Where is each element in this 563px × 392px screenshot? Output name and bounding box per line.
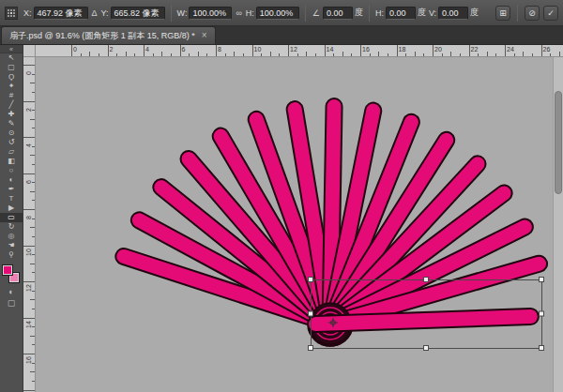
- ruler-tick: [32, 146, 35, 147]
- link-dimensions-icon[interactable]: ∞: [235, 8, 242, 18]
- transform-handle-nw[interactable]: [309, 278, 313, 282]
- 3d-orbit-tool[interactable]: ◎: [0, 232, 23, 241]
- transform-handle-s[interactable]: [424, 346, 429, 351]
- commit-transform-button[interactable]: ✓: [543, 6, 558, 21]
- lasso-tool[interactable]: Ϙ: [0, 72, 23, 82]
- reference-point-locator[interactable]: [5, 7, 18, 20]
- ruler-tick: [32, 200, 35, 201]
- ruler-tick: [370, 53, 371, 56]
- move-tool[interactable]: ↖: [0, 53, 23, 63]
- ruler-label: 2: [25, 108, 32, 112]
- x-position-field[interactable]: 467.92 像素: [34, 7, 88, 20]
- ruler-tick: [460, 53, 461, 56]
- scrollbar-thumb[interactable]: [555, 91, 562, 194]
- fan-shape: [114, 98, 549, 348]
- eyedropper-tool[interactable]: ╱: [0, 100, 23, 110]
- ruler-tick: [198, 52, 199, 56]
- transform-handle-w[interactable]: [309, 311, 313, 316]
- x-label: X:: [23, 8, 32, 18]
- separator: [517, 5, 518, 22]
- history-brush-tool[interactable]: ↺: [0, 138, 23, 147]
- eraser-tool[interactable]: ▱: [0, 147, 23, 157]
- skew-v-field[interactable]: 0.00: [438, 7, 468, 20]
- quick-mask-button[interactable]: ◐: [0, 286, 23, 297]
- transform-handle-se[interactable]: [540, 346, 544, 351]
- horizontal-ruler[interactable]: 02468101214161820222426: [36, 45, 563, 57]
- screen-mode-button[interactable]: ▢: [0, 297, 23, 309]
- skew-h-field[interactable]: 0.00: [386, 7, 416, 20]
- cancel-transform-button[interactable]: ⊘: [525, 6, 540, 21]
- separator: [369, 5, 370, 22]
- ruler-tick: [30, 371, 35, 372]
- transform-handle-e[interactable]: [540, 311, 544, 316]
- shape-tool[interactable]: ▭: [0, 213, 23, 222]
- width-scale-field[interactable]: 100.00%: [189, 7, 232, 20]
- ruler-tick: [30, 191, 35, 192]
- 3d-rotate-tool[interactable]: ↻: [0, 222, 23, 232]
- brush-tool[interactable]: ✎: [0, 119, 23, 128]
- ruler-tick: [523, 52, 524, 56]
- transform-handle-sw[interactable]: [309, 346, 313, 351]
- ruler-label: 6: [25, 180, 32, 184]
- ruler-tick: [32, 291, 35, 292]
- transform-handle-n[interactable]: [424, 278, 429, 282]
- clone-stamp-tool[interactable]: ⊙: [0, 128, 23, 138]
- skew-v-label: V:: [429, 8, 436, 18]
- ruler-tick: [30, 119, 35, 120]
- warp-mode-toggle-button[interactable]: ⊞: [495, 6, 510, 21]
- type-tool[interactable]: T: [0, 194, 23, 204]
- skew-v-unit-label: 度: [470, 7, 479, 19]
- ruler-tick: [23, 246, 35, 247]
- ruler-tick: [550, 53, 551, 56]
- ruler-tick: [297, 53, 298, 56]
- close-tab-icon[interactable]: ×: [202, 31, 207, 40]
- document-tab[interactable]: 扇子.psd @ 91.6% (圆角矩形 1 副本 15, RGB/8) * ×: [1, 26, 216, 44]
- ruler-tick: [32, 236, 35, 237]
- y-position-field[interactable]: 665.82 像素: [111, 7, 165, 20]
- transform-handle-ne[interactable]: [540, 278, 544, 282]
- ruler-tick: [495, 53, 496, 56]
- ruler-tick: [559, 52, 560, 56]
- ruler-tick: [30, 83, 35, 83]
- toolbar-collapse-button[interactable]: «: [0, 45, 23, 53]
- ruler-tick: [32, 128, 35, 128]
- ruler-tick: [315, 53, 316, 56]
- ruler-origin-corner[interactable]: [23, 45, 36, 57]
- path-selection-tool[interactable]: ▶: [0, 204, 23, 213]
- ruler-tick: [108, 45, 109, 56]
- crop-tool[interactable]: #: [0, 91, 23, 100]
- ruler-tick: [153, 53, 154, 56]
- ruler-tick: [32, 219, 35, 219]
- dodge-tool[interactable]: ◐: [0, 175, 23, 185]
- hand-tool[interactable]: ☚: [0, 241, 23, 250]
- ruler-tick: [216, 45, 217, 56]
- vertical-ruler[interactable]: 024681012141618: [23, 57, 36, 392]
- ruler-label: 12: [25, 284, 32, 292]
- canvas-area[interactable]: [36, 57, 563, 392]
- rotation-unit-label: 度: [355, 7, 363, 19]
- ruler-tick: [32, 381, 35, 382]
- quick-selection-tool[interactable]: ✦: [0, 82, 23, 91]
- document-canvas[interactable]: [36, 57, 563, 392]
- marquee-tool[interactable]: ▢: [0, 63, 23, 72]
- ruler-tick: [134, 53, 135, 56]
- ruler-tick: [433, 45, 434, 56]
- ruler-tick: [23, 390, 35, 391]
- pen-tool[interactable]: ✒: [0, 185, 23, 194]
- ruler-tick: [23, 209, 35, 210]
- ruler-tick: [541, 45, 542, 56]
- ruler-tick: [32, 254, 35, 255]
- zoom-tool[interactable]: ⚲: [0, 250, 23, 260]
- ruler-tick: [261, 53, 262, 56]
- healing-brush-tool[interactable]: ✚: [0, 110, 23, 119]
- ruler-label: 12: [290, 46, 297, 53]
- relative-position-toggle[interactable]: Δ: [91, 8, 99, 18]
- foreground-color-swatch[interactable]: [2, 264, 13, 276]
- ruler-tick: [30, 155, 35, 156]
- height-scale-field[interactable]: 100.00%: [256, 7, 299, 20]
- blur-tool[interactable]: ○: [0, 166, 23, 175]
- rotation-angle-field[interactable]: 0.00: [323, 7, 353, 20]
- vertical-scrollbar[interactable]: [553, 57, 563, 392]
- separator: [171, 5, 172, 22]
- gradient-tool[interactable]: ◧: [0, 157, 23, 166]
